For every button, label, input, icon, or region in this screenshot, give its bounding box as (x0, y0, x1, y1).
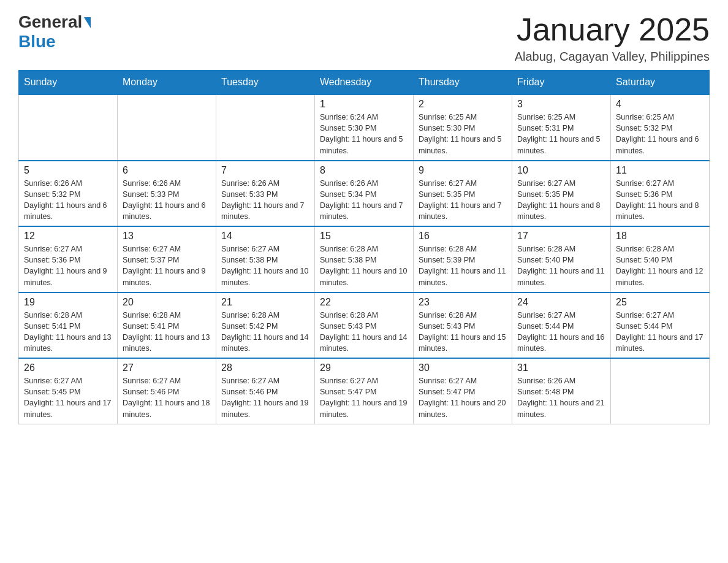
day-info: Sunrise: 6:28 AM Sunset: 5:43 PM Dayligh… (320, 310, 408, 354)
day-number: 11 (616, 165, 704, 176)
day-info: Sunrise: 6:28 AM Sunset: 5:42 PM Dayligh… (221, 310, 309, 354)
day-info: Sunrise: 6:28 AM Sunset: 5:40 PM Dayligh… (517, 243, 605, 288)
day-info: Sunrise: 6:27 AM Sunset: 5:46 PM Dayligh… (123, 375, 211, 420)
calendar-header-thursday: Thursday (414, 71, 512, 95)
calendar-cell: 28Sunrise: 6:27 AM Sunset: 5:46 PM Dayli… (216, 358, 315, 424)
day-info: Sunrise: 6:28 AM Sunset: 5:41 PM Dayligh… (24, 310, 112, 354)
title-section: January 2025 Alabug, Cagayan Valley, Phi… (515, 12, 710, 64)
day-info: Sunrise: 6:27 AM Sunset: 5:44 PM Dayligh… (616, 310, 704, 354)
calendar-cell: 31Sunrise: 6:26 AM Sunset: 5:48 PM Dayli… (512, 358, 611, 424)
calendar-cell: 9Sunrise: 6:27 AM Sunset: 5:35 PM Daylig… (414, 161, 512, 227)
day-number: 2 (419, 99, 507, 110)
logo-blue-text: Blue (18, 32, 56, 52)
logo-triangle-icon (84, 17, 91, 28)
calendar-cell: 16Sunrise: 6:28 AM Sunset: 5:39 PM Dayli… (414, 226, 512, 293)
day-number: 9 (419, 165, 507, 176)
calendar-cell (216, 94, 315, 161)
day-number: 31 (517, 362, 605, 373)
calendar-cell: 1Sunrise: 6:24 AM Sunset: 5:30 PM Daylig… (315, 94, 414, 161)
day-info: Sunrise: 6:27 AM Sunset: 5:36 PM Dayligh… (24, 243, 112, 288)
calendar-cell: 14Sunrise: 6:27 AM Sunset: 5:38 PM Dayli… (216, 226, 315, 293)
calendar-header-sunday: Sunday (19, 71, 118, 95)
day-info: Sunrise: 6:27 AM Sunset: 5:37 PM Dayligh… (123, 243, 211, 288)
day-number: 12 (24, 231, 112, 242)
day-info: Sunrise: 6:27 AM Sunset: 5:35 PM Dayligh… (419, 178, 507, 223)
calendar-cell: 2Sunrise: 6:25 AM Sunset: 5:30 PM Daylig… (414, 94, 512, 161)
calendar-cell: 20Sunrise: 6:28 AM Sunset: 5:41 PM Dayli… (118, 293, 216, 359)
day-number: 28 (221, 362, 309, 373)
calendar-cell: 24Sunrise: 6:27 AM Sunset: 5:44 PM Dayli… (512, 293, 611, 359)
week-row-5: 26Sunrise: 6:27 AM Sunset: 5:45 PM Dayli… (19, 358, 710, 424)
calendar-cell: 17Sunrise: 6:28 AM Sunset: 5:40 PM Dayli… (512, 226, 611, 293)
logo-general-text: General (18, 12, 82, 32)
day-info: Sunrise: 6:26 AM Sunset: 5:33 PM Dayligh… (123, 178, 211, 223)
week-row-3: 12Sunrise: 6:27 AM Sunset: 5:36 PM Dayli… (19, 226, 710, 293)
day-info: Sunrise: 6:26 AM Sunset: 5:48 PM Dayligh… (517, 375, 605, 420)
day-number: 14 (221, 231, 309, 242)
day-number: 23 (419, 297, 507, 308)
calendar-cell (118, 94, 216, 161)
calendar-cell: 4Sunrise: 6:25 AM Sunset: 5:32 PM Daylig… (611, 94, 710, 161)
day-number: 18 (616, 231, 704, 242)
day-info: Sunrise: 6:26 AM Sunset: 5:33 PM Dayligh… (221, 178, 309, 223)
calendar-header-friday: Friday (512, 71, 611, 95)
calendar-cell: 3Sunrise: 6:25 AM Sunset: 5:31 PM Daylig… (512, 94, 611, 161)
week-row-4: 19Sunrise: 6:28 AM Sunset: 5:41 PM Dayli… (19, 293, 710, 359)
day-info: Sunrise: 6:27 AM Sunset: 5:36 PM Dayligh… (616, 178, 704, 223)
day-number: 25 (616, 297, 704, 308)
day-number: 7 (221, 165, 309, 176)
calendar-cell: 26Sunrise: 6:27 AM Sunset: 5:45 PM Dayli… (19, 358, 118, 424)
calendar-cell: 11Sunrise: 6:27 AM Sunset: 5:36 PM Dayli… (611, 161, 710, 227)
calendar-table: SundayMondayTuesdayWednesdayThursdayFrid… (18, 70, 710, 424)
calendar-cell: 25Sunrise: 6:27 AM Sunset: 5:44 PM Dayli… (611, 293, 710, 359)
day-number: 1 (320, 99, 408, 110)
day-info: Sunrise: 6:27 AM Sunset: 5:45 PM Dayligh… (24, 375, 112, 420)
day-info: Sunrise: 6:27 AM Sunset: 5:35 PM Dayligh… (517, 178, 605, 223)
day-number: 30 (419, 362, 507, 373)
day-number: 4 (616, 99, 704, 110)
month-title: January 2025 (515, 12, 710, 47)
day-number: 10 (517, 165, 605, 176)
calendar-cell: 6Sunrise: 6:26 AM Sunset: 5:33 PM Daylig… (118, 161, 216, 227)
day-info: Sunrise: 6:25 AM Sunset: 5:32 PM Dayligh… (616, 112, 704, 156)
calendar-cell (611, 358, 710, 424)
day-number: 5 (24, 165, 112, 176)
week-row-1: 1Sunrise: 6:24 AM Sunset: 5:30 PM Daylig… (19, 94, 710, 161)
calendar-header-monday: Monday (118, 71, 216, 95)
calendar-cell: 10Sunrise: 6:27 AM Sunset: 5:35 PM Dayli… (512, 161, 611, 227)
day-info: Sunrise: 6:28 AM Sunset: 5:39 PM Dayligh… (419, 243, 507, 288)
calendar-cell: 18Sunrise: 6:28 AM Sunset: 5:40 PM Dayli… (611, 226, 710, 293)
day-number: 29 (320, 362, 408, 373)
calendar-cell: 29Sunrise: 6:27 AM Sunset: 5:47 PM Dayli… (315, 358, 414, 424)
day-number: 8 (320, 165, 408, 176)
calendar-header-wednesday: Wednesday (315, 71, 414, 95)
day-number: 26 (24, 362, 112, 373)
calendar-header-saturday: Saturday (611, 71, 710, 95)
day-info: Sunrise: 6:27 AM Sunset: 5:38 PM Dayligh… (221, 243, 309, 288)
calendar-cell: 23Sunrise: 6:28 AM Sunset: 5:43 PM Dayli… (414, 293, 512, 359)
day-info: Sunrise: 6:26 AM Sunset: 5:32 PM Dayligh… (24, 178, 112, 223)
calendar-cell: 21Sunrise: 6:28 AM Sunset: 5:42 PM Dayli… (216, 293, 315, 359)
calendar-cell (19, 94, 118, 161)
calendar-cell: 30Sunrise: 6:27 AM Sunset: 5:47 PM Dayli… (414, 358, 512, 424)
calendar-cell: 19Sunrise: 6:28 AM Sunset: 5:41 PM Dayli… (19, 293, 118, 359)
day-number: 19 (24, 297, 112, 308)
day-info: Sunrise: 6:28 AM Sunset: 5:40 PM Dayligh… (616, 243, 704, 288)
day-info: Sunrise: 6:24 AM Sunset: 5:30 PM Dayligh… (320, 112, 408, 156)
day-number: 20 (123, 297, 211, 308)
day-number: 27 (123, 362, 211, 373)
day-info: Sunrise: 6:28 AM Sunset: 5:41 PM Dayligh… (123, 310, 211, 354)
page-header: General Blue January 2025 Alabug, Cagaya… (18, 12, 710, 64)
day-number: 21 (221, 297, 309, 308)
day-number: 6 (123, 165, 211, 176)
day-info: Sunrise: 6:28 AM Sunset: 5:43 PM Dayligh… (419, 310, 507, 354)
day-info: Sunrise: 6:27 AM Sunset: 5:44 PM Dayligh… (517, 310, 605, 354)
day-info: Sunrise: 6:28 AM Sunset: 5:38 PM Dayligh… (320, 243, 408, 288)
calendar-header-tuesday: Tuesday (216, 71, 315, 95)
location-subtitle: Alabug, Cagayan Valley, Philippines (515, 50, 710, 64)
day-info: Sunrise: 6:26 AM Sunset: 5:34 PM Dayligh… (320, 178, 408, 223)
calendar-cell: 5Sunrise: 6:26 AM Sunset: 5:32 PM Daylig… (19, 161, 118, 227)
day-info: Sunrise: 6:25 AM Sunset: 5:30 PM Dayligh… (419, 112, 507, 156)
day-number: 15 (320, 231, 408, 242)
day-number: 22 (320, 297, 408, 308)
